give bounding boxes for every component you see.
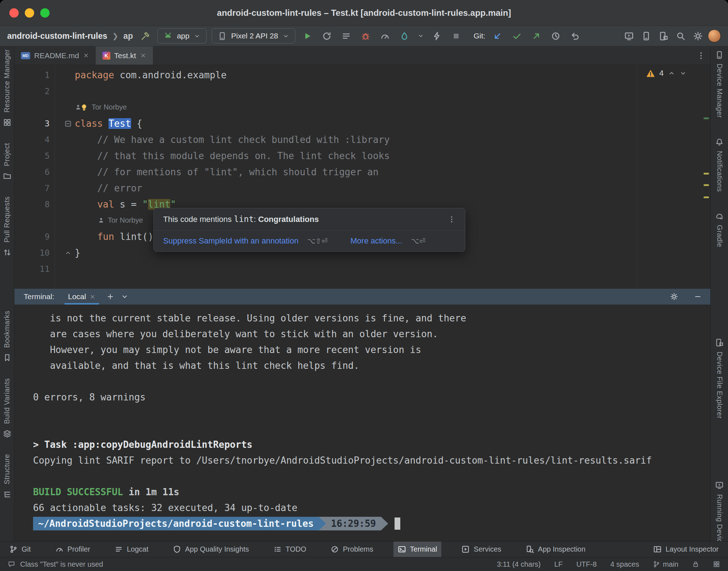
toolwindow-app-inspection[interactable]: App Inspection [521, 542, 590, 557]
toolwindow-logcat[interactable]: Logcat [110, 542, 153, 557]
popup-more-kebab-icon[interactable] [448, 215, 456, 223]
toolwindow-git[interactable]: Git [5, 542, 35, 557]
suppress-action-link[interactable]: Suppress SampleId with an annotation [163, 236, 299, 246]
hide-terminal-icon[interactable] [694, 293, 702, 301]
tool-stripe-project[interactable]: Project [3, 143, 11, 181]
toolwindow-label: Git [22, 545, 31, 553]
close-icon[interactable] [140, 52, 146, 59]
lock-icon[interactable] [692, 561, 699, 568]
debug-button[interactable] [359, 29, 373, 43]
tool-stripe-gradle[interactable]: Gradle [715, 210, 724, 247]
suppress-shortcut: ⌥⇧⏎ [307, 237, 328, 245]
stripe-label: Project [3, 143, 11, 166]
editor-row: 11 [14, 261, 710, 277]
center-column: MDREADME.mdKTest.kt 1package com.android… [14, 46, 710, 541]
apply-changes-icon[interactable] [430, 29, 444, 43]
tool-stripe-build-variants[interactable]: Build Variants [3, 378, 11, 438]
terminal-prompt[interactable]: ~/AndroidStudioProjects/android-custom-l… [33, 516, 710, 531]
git-rollback-button[interactable] [568, 29, 582, 43]
next-problem-icon[interactable] [679, 70, 687, 77]
code-editor[interactable]: 1package com.android.example2Tor Norbye3… [14, 65, 710, 289]
stripe-label: Build Variants [3, 378, 11, 424]
running-devices-icon[interactable] [622, 29, 636, 43]
new-terminal-session-icon[interactable] [106, 293, 114, 301]
toolwindow-layout-inspector[interactable]: Layout Inspector [649, 542, 723, 557]
close-icon[interactable] [89, 294, 96, 300]
warning-icon [646, 69, 655, 78]
chevron-down-icon[interactable] [417, 29, 425, 43]
git-push-button[interactable] [529, 29, 544, 43]
tool-stripe-pull-requests[interactable]: Pull Requests [3, 196, 11, 257]
toolwindow-label: App Inspection [538, 545, 585, 553]
zoom-window-button[interactable] [40, 8, 50, 18]
close-window-button[interactable] [9, 8, 19, 18]
run-button[interactable] [300, 29, 315, 43]
project-breadcrumb[interactable]: android-custom-lint-rules [7, 31, 107, 41]
author-inlay-hint[interactable]: Tor Norbye [108, 216, 143, 224]
tool-stripe-notifications[interactable]: Notifications [715, 136, 724, 192]
file-encoding[interactable]: UTF-8 [576, 560, 597, 568]
caret-position[interactable]: 3:11 (4 chars) [497, 560, 541, 568]
toolwindow-terminal[interactable]: Terminal [393, 542, 442, 557]
git-commit-button[interactable] [510, 29, 524, 43]
profile-low-overhead-icon[interactable] [397, 29, 412, 43]
prompt-path-segment: ~/AndroidStudioProjects/android-custom-l… [33, 517, 326, 530]
mirror-device-icon[interactable] [639, 29, 653, 43]
toolwindow-services[interactable]: Services [457, 542, 506, 557]
services-icon [461, 545, 470, 553]
toolwindow-label: TODO [286, 545, 306, 553]
structure-icon [3, 489, 11, 499]
pull-requests-icon [3, 247, 11, 257]
rerun-button[interactable] [320, 29, 334, 43]
toolwindow-todo[interactable]: TODO [269, 542, 310, 557]
tool-stripe-device-manager[interactable]: Device Manager [715, 49, 724, 118]
fold-marker[interactable] [55, 249, 75, 257]
layout-grid-icon[interactable] [713, 561, 720, 568]
intention-bulb-icon[interactable] [80, 103, 88, 112]
minimize-window-button[interactable] [25, 8, 34, 18]
terminal-dropdown-icon[interactable] [121, 293, 129, 301]
toolwindow-problems[interactable]: Problems [326, 542, 377, 557]
tool-stripe-bookmarks[interactable]: Bookmarks [3, 311, 11, 362]
inspection-widget[interactable]: 4 [646, 69, 687, 78]
popup-actions-row: Suppress SampleId with an annotation ⌥⇧⏎… [154, 231, 465, 251]
popup-message: This code mentions lint: Congratulations [163, 214, 319, 224]
more-actions-link[interactable]: More actions... [350, 236, 402, 246]
author-inlay-hint[interactable]: Tor Norbye [92, 103, 127, 111]
fold-marker[interactable] [55, 119, 75, 128]
settings-gear-icon[interactable] [691, 29, 705, 43]
user-avatar[interactable] [708, 29, 721, 42]
toolwindow-app-quality-insights[interactable]: App Quality Insights [169, 542, 253, 557]
tab-options-kebab-icon[interactable] [697, 46, 705, 65]
indent-setting[interactable]: 4 spaces [610, 560, 639, 568]
main-toolbar: android-custom-lint-rules ❯ ap app Pixel… [0, 26, 728, 46]
terminal-settings-gear-icon[interactable] [670, 293, 678, 301]
profiler-gauge-icon[interactable] [378, 29, 392, 43]
prev-problem-icon[interactable] [668, 70, 675, 77]
stop-button[interactable] [449, 29, 464, 43]
tab-readme-md[interactable]: MDREADME.md [14, 46, 96, 65]
tab-test-kt[interactable]: KTest.kt [96, 46, 153, 65]
inspection-message-icon[interactable] [8, 561, 15, 568]
build-hammer-icon[interactable] [138, 29, 152, 43]
terminal-tab-local[interactable]: Local [64, 289, 100, 305]
device-select[interactable]: Pixel 2 API 28 [212, 28, 295, 43]
tool-window-items-right: Layout Inspector [649, 542, 723, 557]
build-variants-icon [3, 428, 11, 438]
breadcrumb-module[interactable]: ap [123, 31, 133, 41]
tool-stripe-device-file-explorer[interactable]: Device File Explorer [715, 337, 724, 419]
search-everywhere-icon[interactable] [673, 29, 688, 43]
run-configuration-select[interactable]: app [157, 28, 207, 43]
device-manager-icon[interactable] [656, 29, 671, 43]
line-separator[interactable]: LF [554, 560, 563, 568]
toolwindow-profiler[interactable]: Profiler [51, 542, 95, 557]
tool-stripe-resource-manager[interactable]: Resource Manager [3, 49, 11, 127]
git-history-button[interactable] [549, 29, 563, 43]
git-update-button[interactable] [490, 29, 505, 43]
terminal-panel[interactable]: is not the current stable release. Using… [14, 305, 710, 541]
git-branch-widget[interactable]: main [653, 560, 678, 568]
tool-stripe-structure[interactable]: Structure [3, 454, 11, 499]
tool-stripe-running-devices[interactable]: Running Devices [715, 480, 724, 541]
close-icon[interactable] [83, 52, 89, 59]
run-configurations-list-icon[interactable] [339, 29, 354, 43]
